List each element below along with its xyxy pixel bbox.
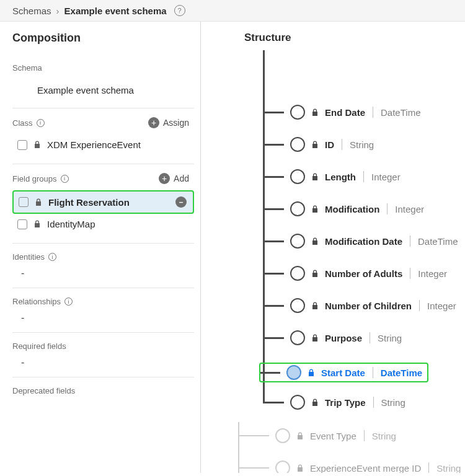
structure-title: Structure [244, 32, 465, 44]
separator [342, 139, 342, 150]
checkbox[interactable] [17, 140, 27, 150]
relationships-section: Relationships i - [12, 288, 194, 333]
separator [387, 203, 388, 214]
tree-node[interactable]: LengthInteger [263, 169, 401, 184]
node-label: Modification Date [325, 236, 402, 247]
info-icon[interactable]: i [61, 175, 69, 183]
lock-icon [311, 141, 319, 149]
node-type: DateTime [381, 368, 422, 378]
node-circle-icon [290, 298, 305, 313]
class-item-label: XDM ExperienceEvent [47, 139, 141, 150]
node-label: ID [325, 139, 334, 150]
assign-button[interactable]: + Assign [148, 117, 189, 128]
remove-icon[interactable]: – [175, 196, 187, 208]
crumb-root[interactable]: Schemas [12, 6, 51, 16]
tree-connector [263, 176, 284, 178]
tree: End DateDateTimeIDStringLengthIntegerMod… [201, 50, 465, 467]
lock-icon [296, 464, 304, 472]
tree-node[interactable]: Event TypeString [238, 428, 396, 443]
node-type: DateTime [418, 236, 458, 247]
node-type: Integer [418, 268, 447, 279]
info-icon[interactable]: i [64, 298, 73, 306]
plus-icon: + [148, 117, 159, 128]
node-circle-icon [290, 234, 305, 249]
node-type: DateTime [381, 107, 420, 118]
node-circle-icon [290, 266, 305, 281]
structure-panel: Structure End DateDateTimeIDStringLength… [201, 22, 465, 473]
required-section: Required fields - [12, 333, 194, 377]
node-label: Number of Adults [325, 268, 402, 279]
help-icon[interactable]: ? [174, 5, 185, 16]
info-icon[interactable]: i [48, 253, 56, 261]
lock-icon [311, 302, 319, 310]
tree-connector [263, 208, 284, 210]
tree-connector [263, 337, 284, 339]
node-circle-icon [290, 330, 305, 345]
lock-icon [311, 108, 319, 117]
separator [373, 397, 374, 408]
tree-node[interactable]: ModificationInteger [263, 201, 424, 216]
separator [410, 268, 410, 279]
node-type: Integer [427, 301, 456, 311]
node-label: ExperienceEvent merge ID [310, 463, 421, 474]
tree-node[interactable]: ExperienceEvent merge IDString [238, 461, 461, 473]
lock-icon [296, 432, 304, 440]
node-label: Modification [325, 204, 379, 214]
node-label: Length [325, 172, 356, 182]
lock-icon [35, 198, 42, 206]
node-label: Start Date [321, 368, 365, 378]
tree-connector [263, 402, 284, 403]
checkbox[interactable] [17, 219, 27, 229]
lock-icon [311, 173, 319, 181]
tree-line [263, 50, 265, 402]
tree-connector [263, 305, 284, 307]
node-circle-icon [290, 395, 305, 410]
tree-node[interactable]: Trip TypeString [263, 395, 405, 410]
deprecated-label: Deprecated fields [12, 386, 194, 395]
tree-node[interactable]: IDString [263, 137, 374, 152]
fieldgroup-item-label: Flight Reservation [48, 197, 130, 208]
node-type: String [436, 463, 461, 474]
lock-icon [311, 205, 319, 213]
class-label: Class i [12, 118, 45, 128]
class-item[interactable]: XDM ExperienceEvent [12, 134, 194, 155]
checkbox[interactable] [19, 197, 29, 207]
tree-node[interactable]: Modification DateDateTime [263, 234, 458, 249]
fieldgroup-item-flight[interactable]: Flight Reservation – [12, 190, 194, 214]
tree-connector [263, 144, 284, 146]
node-circle-icon [290, 137, 305, 152]
lock-icon [311, 270, 319, 278]
node-type: Integer [395, 204, 424, 214]
tree-node[interactable]: Number of AdultsInteger [263, 266, 447, 281]
tree-connector [263, 273, 284, 275]
separator [364, 430, 365, 441]
node-label: Purpose [325, 333, 362, 343]
schema-name[interactable]: Example event schema [12, 73, 194, 99]
tree-connector [260, 372, 280, 374]
identities-section: Identities i - [12, 244, 194, 288]
fieldgroups-label: Field groups i [12, 174, 69, 183]
node-circle-icon [286, 365, 301, 380]
tree-node[interactable]: Number of ChildrenInteger [263, 298, 456, 313]
fieldgroup-item-identity[interactable]: IdentityMap [12, 214, 194, 234]
required-label: Required fields [12, 342, 194, 351]
class-section: Class i + Assign XDM ExperienceEvent [12, 108, 194, 164]
node-label: End Date [325, 107, 365, 118]
tree-node[interactable]: End DateDateTime [263, 105, 420, 120]
identities-value: - [12, 262, 194, 279]
fieldgroups-section: Field groups i + Add Flight Reservation … [12, 164, 194, 244]
deprecated-section: Deprecated fields [12, 377, 194, 404]
node-circle-icon [290, 105, 305, 120]
add-button[interactable]: + Add [159, 173, 189, 184]
crumb-current: Example event schema [64, 6, 167, 16]
tree-node[interactable]: PurposeString [263, 330, 402, 345]
composition-panel: Composition Schema Example event schema … [0, 22, 201, 473]
plus-icon: + [159, 173, 170, 184]
identities-label: Identities i [12, 252, 194, 262]
chevron-right-icon: › [56, 6, 60, 16]
info-icon[interactable]: i [37, 119, 45, 127]
node-circle-icon [290, 169, 305, 184]
node-label: Number of Children [325, 301, 412, 311]
separator [373, 367, 373, 378]
tree-node[interactable]: Start DateDateTime [259, 363, 428, 382]
